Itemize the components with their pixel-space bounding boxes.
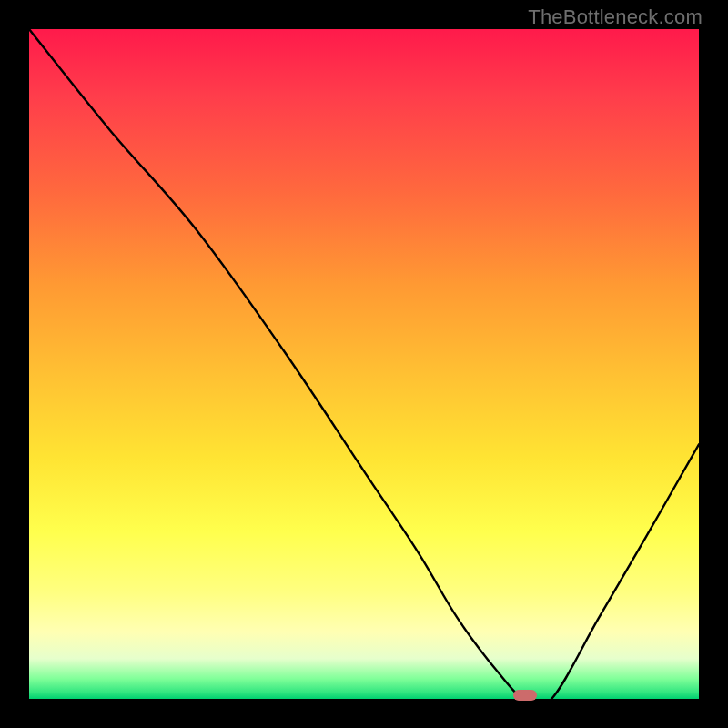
chart-frame: TheBottleneck.com xyxy=(0,0,728,728)
bottleneck-curve xyxy=(29,29,699,699)
watermark-text: TheBottleneck.com xyxy=(528,5,703,29)
plot-area xyxy=(29,29,699,699)
optimal-point-marker xyxy=(513,690,537,701)
